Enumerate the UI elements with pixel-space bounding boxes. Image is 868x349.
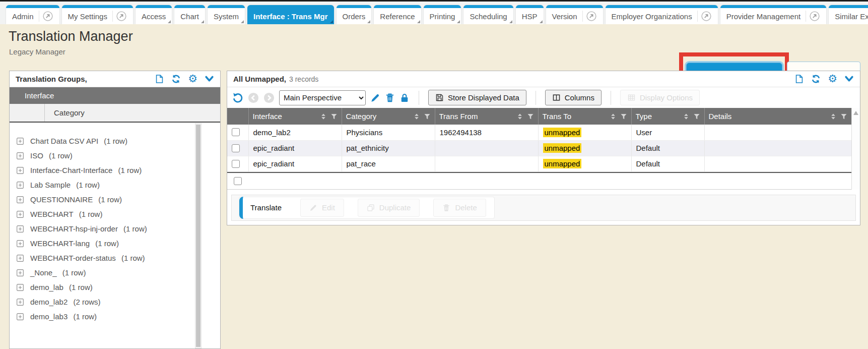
sort-icon[interactable] [413, 113, 420, 120]
tab-provider-management[interactable]: Provider Management [720, 5, 827, 24]
expand-plus-icon[interactable] [16, 152, 24, 160]
translation-group-item[interactable]: demo_lab2 (2 rows) [10, 295, 220, 309]
filter-funnel-icon[interactable] [424, 113, 431, 120]
popout-icon[interactable] [116, 11, 127, 22]
popout-icon[interactable] [701, 11, 712, 22]
row-checkbox[interactable] [232, 144, 240, 152]
filter-funnel-icon[interactable] [840, 113, 847, 120]
expand-plus-icon[interactable] [16, 254, 24, 262]
tab-interface-trans-mgr[interactable]: Interface : Trans Mgr [247, 5, 334, 24]
translation-groups-header: Translation Groups, ⚙ [10, 71, 220, 87]
gear-icon[interactable]: ⚙ [188, 74, 197, 84]
expand-plus-icon[interactable] [16, 313, 24, 321]
translation-group-item[interactable]: demo_lab3 (1 row) [10, 309, 220, 324]
expand-plus-icon[interactable] [16, 181, 24, 189]
translation-groups-title: Translation Groups, [16, 75, 87, 83]
left-scrollbar-thumb[interactable] [196, 125, 201, 347]
column-header-type[interactable]: Type [631, 108, 704, 125]
toolbar-separator [419, 91, 419, 105]
translation-group-list: Chart Data CSV API (1 row)ISO (1 row)Int… [10, 123, 220, 348]
tab-similar-exposure-groups-segs[interactable]: Similar Exposure Groups (SEGs) [829, 5, 868, 24]
expand-plus-icon[interactable] [16, 283, 24, 292]
translation-group-item[interactable]: WEBCHART-hsp-inj-order (1 row) [10, 221, 220, 236]
filter-funnel-icon[interactable] [620, 113, 627, 120]
table-cell: unmapped [538, 140, 631, 156]
undo-icon[interactable] [232, 92, 243, 103]
select-all-checkbox[interactable] [234, 177, 242, 185]
gear-icon[interactable]: ⚙ [828, 74, 837, 84]
unmapped-table: InterfaceCategoryTrans FromTrans ToTypeD… [227, 108, 851, 172]
store-displayed-data-button[interactable]: Store Displayed Data [428, 90, 526, 105]
tab-system[interactable]: System [208, 5, 245, 24]
tab-hsp[interactable]: HSP [516, 5, 544, 24]
scroll-up-arrow-icon[interactable] [853, 111, 858, 115]
lock-perspective-icon[interactable] [399, 93, 410, 103]
column-header-trans-to[interactable]: Trans To [538, 108, 631, 125]
header-select-all-cell[interactable] [227, 108, 248, 125]
chevron-down-icon[interactable] [205, 74, 214, 84]
filter-funnel-icon[interactable] [330, 113, 338, 120]
columns-button[interactable]: Columns [545, 90, 602, 105]
tab-access[interactable]: Access [136, 5, 172, 24]
column-header-details[interactable]: Details [704, 108, 851, 125]
expand-plus-icon[interactable] [16, 225, 24, 233]
table-row: demo_lab2Physicians1962494138unmappedUse… [227, 125, 851, 140]
new-document-icon[interactable] [155, 74, 164, 84]
sort-icon[interactable] [610, 113, 617, 120]
translation-group-item[interactable]: Chart Data CSV API (1 row) [10, 134, 220, 148]
tab-employer-organizations[interactable]: Employer Organizations [606, 5, 718, 24]
expand-plus-icon[interactable] [16, 269, 24, 277]
popout-icon[interactable] [42, 11, 53, 22]
sort-icon[interactable] [830, 113, 837, 120]
tab-admin[interactable]: Admin [6, 5, 59, 24]
popout-icon[interactable] [809, 11, 820, 22]
expand-plus-icon[interactable] [16, 298, 24, 306]
translation-group-item[interactable]: WEBCHART (1 row) [10, 207, 220, 221]
row-checkbox[interactable] [232, 128, 240, 136]
tab-my-settings[interactable]: My Settings [62, 5, 133, 24]
translation-group-item[interactable]: Interface-Chart-Interface (1 row) [10, 163, 220, 178]
chevron-down-icon[interactable] [844, 74, 854, 84]
tab-chart[interactable]: Chart [174, 5, 205, 24]
translation-group-item[interactable]: QUESTIONNAIRE (1 row) [10, 192, 220, 207]
table-cell [435, 156, 538, 171]
translation-group-item[interactable]: WEBCHART-lang (1 row) [10, 236, 220, 251]
delete-perspective-icon[interactable] [385, 93, 395, 103]
tab-version[interactable]: Version [546, 5, 603, 24]
row-checkbox[interactable] [232, 160, 240, 168]
sort-icon[interactable] [320, 113, 327, 120]
expand-plus-icon[interactable] [16, 240, 24, 248]
tab-orders[interactable]: Orders [337, 5, 372, 24]
refresh-icon[interactable] [171, 74, 181, 84]
row-checkbox-cell [227, 156, 248, 171]
translation-group-item[interactable]: WEBCHART-order-status (1 row) [10, 251, 220, 265]
new-document-icon[interactable] [794, 74, 804, 84]
column-header-trans-from[interactable]: Trans From [435, 108, 538, 125]
tab-scheduling[interactable]: Scheduling [463, 5, 513, 24]
sort-icon[interactable] [683, 113, 690, 120]
expand-plus-icon[interactable] [16, 210, 24, 218]
group-row-count: (1 row) [96, 195, 122, 204]
expand-plus-icon[interactable] [16, 196, 24, 204]
translation-group-item[interactable]: _None_ (1 row) [10, 265, 220, 280]
filter-funnel-icon[interactable] [527, 113, 534, 120]
perspective-select[interactable]: Main Perspective [279, 90, 366, 105]
column-header-interface[interactable]: Interface [248, 108, 342, 125]
submenu-corner-icon [457, 20, 460, 23]
translation-group-item[interactable]: demo_lab (1 row) [10, 280, 220, 295]
popout-icon[interactable] [586, 11, 597, 22]
duplicate-button: Duplicate [358, 199, 420, 217]
tab-reference[interactable]: Reference [374, 5, 421, 24]
sort-icon[interactable] [516, 113, 523, 120]
translation-group-item[interactable]: ISO (1 row) [10, 148, 220, 163]
column-header-category[interactable]: Category [342, 108, 435, 125]
translation-group-item[interactable]: Lab Sample (1 row) [10, 178, 220, 192]
expand-plus-icon[interactable] [16, 166, 24, 174]
expand-plus-icon[interactable] [16, 137, 24, 145]
refresh-icon[interactable] [811, 74, 821, 84]
tab-printing[interactable]: Printing [424, 5, 461, 24]
filter-funnel-icon[interactable] [693, 113, 700, 120]
translate-button[interactable]: Translate [239, 197, 287, 219]
edit-perspective-icon[interactable] [370, 93, 380, 103]
columns-icon [552, 93, 561, 102]
